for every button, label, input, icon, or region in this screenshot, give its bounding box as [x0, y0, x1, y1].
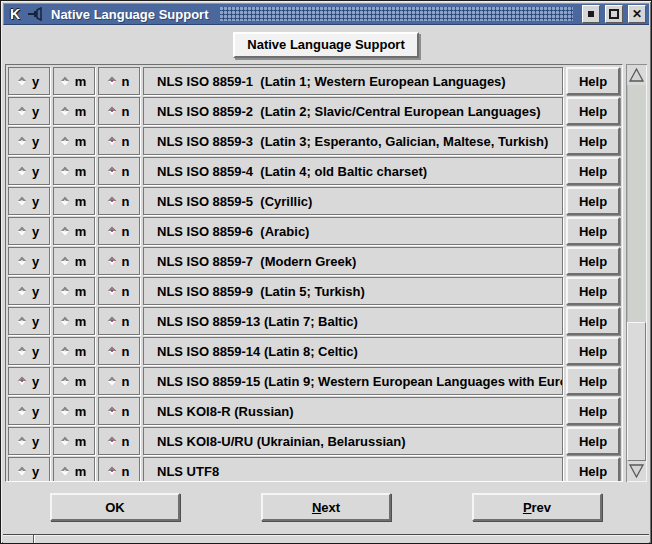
radio-yes-cell[interactable]: y: [8, 247, 50, 275]
radio-module-label: m: [75, 314, 87, 329]
ok-button[interactable]: OK: [50, 493, 180, 521]
window-resize-bar[interactable]: [3, 534, 649, 543]
radio-no-label: n: [122, 464, 130, 479]
vertical-scrollbar[interactable]: [626, 64, 647, 482]
radio-yes-cell[interactable]: y: [8, 307, 50, 335]
sticky-pin-icon[interactable]: [27, 6, 43, 22]
radio-no-cell[interactable]: n: [98, 67, 140, 95]
header-row: Native Language Support: [5, 32, 647, 58]
radio-module-cell[interactable]: m: [53, 187, 95, 215]
radio-no-cell[interactable]: n: [98, 397, 140, 425]
radio-no-cell[interactable]: n: [98, 457, 140, 482]
help-button[interactable]: Help: [566, 457, 620, 482]
help-button[interactable]: Help: [566, 277, 620, 305]
nls-row: y m n NLS ISO 8859-6 (Arabic) Help: [8, 217, 620, 245]
scrollbar-down-button[interactable]: [627, 461, 646, 481]
close-button[interactable]: ✕: [628, 5, 646, 23]
radio-no-cell[interactable]: n: [98, 307, 140, 335]
titlebar-texture[interactable]: [220, 7, 573, 21]
help-button[interactable]: Help: [566, 67, 620, 95]
help-button[interactable]: Help: [566, 367, 620, 395]
help-button[interactable]: Help: [566, 247, 620, 275]
radio-diamond-icon: [60, 347, 68, 355]
radio-module-cell[interactable]: m: [53, 217, 95, 245]
nls-row: y m n NLS ISO 8859-5 (Cyrillic) Help: [8, 187, 620, 215]
radio-no-label: n: [122, 164, 130, 179]
radio-yes-cell[interactable]: y: [8, 337, 50, 365]
radio-module-cell[interactable]: m: [53, 307, 95, 335]
radio-module-cell[interactable]: m: [53, 457, 95, 482]
help-button[interactable]: Help: [566, 427, 620, 455]
radio-no-cell[interactable]: n: [98, 277, 140, 305]
radio-yes-label: y: [32, 224, 39, 239]
radio-diamond-icon: [18, 407, 26, 415]
minimize-button[interactable]: [582, 5, 600, 23]
nls-row: y m n NLS ISO 8859-4 (Latin 4; old Balti…: [8, 157, 620, 185]
radio-no-cell[interactable]: n: [98, 97, 140, 125]
radio-no-label: n: [122, 134, 130, 149]
scrollbar-trough[interactable]: [627, 85, 646, 461]
option-label: NLS ISO 8859-2 (Latin 2; Slavic/Central …: [143, 97, 563, 125]
help-button[interactable]: Help: [566, 397, 620, 425]
radio-no-cell[interactable]: n: [98, 427, 140, 455]
help-button[interactable]: Help: [566, 127, 620, 155]
radio-module-cell[interactable]: m: [53, 397, 95, 425]
nls-row: y m n NLS ISO 8859-14 (Latin 8; Celtic) …: [8, 337, 620, 365]
radio-module-cell[interactable]: m: [53, 337, 95, 365]
maximize-button[interactable]: [605, 5, 623, 23]
radio-diamond-icon: [60, 377, 68, 385]
help-button[interactable]: Help: [566, 337, 620, 365]
kde-menu-icon[interactable]: K: [7, 6, 23, 22]
radio-no-label: n: [122, 74, 130, 89]
radio-yes-cell[interactable]: y: [8, 397, 50, 425]
radio-yes-cell[interactable]: y: [8, 217, 50, 245]
radio-yes-cell[interactable]: y: [8, 367, 50, 395]
radio-diamond-icon: [18, 437, 26, 445]
option-label: NLS ISO 8859-15 (Latin 9; Western Europe…: [143, 367, 563, 395]
radio-no-cell[interactable]: n: [98, 337, 140, 365]
radio-no-cell[interactable]: n: [98, 247, 140, 275]
radio-module-cell[interactable]: m: [53, 127, 95, 155]
radio-module-label: m: [75, 134, 87, 149]
radio-module-cell[interactable]: m: [53, 277, 95, 305]
scrollbar-thumb[interactable]: [627, 322, 646, 461]
radio-yes-cell[interactable]: y: [8, 187, 50, 215]
help-button[interactable]: Help: [566, 307, 620, 335]
next-button[interactable]: Next: [261, 493, 391, 521]
radio-yes-cell[interactable]: y: [8, 157, 50, 185]
radio-yes-label: y: [32, 254, 39, 269]
radio-module-label: m: [75, 164, 87, 179]
radio-diamond-icon: [18, 467, 26, 475]
option-label: NLS ISO 8859-13 (Latin 7; Baltic): [143, 307, 563, 335]
radio-yes-cell[interactable]: y: [8, 427, 50, 455]
help-button[interactable]: Help: [566, 157, 620, 185]
radio-yes-cell[interactable]: y: [8, 97, 50, 125]
radio-module-cell[interactable]: m: [53, 67, 95, 95]
radio-diamond-icon: [18, 287, 26, 295]
radio-module-cell[interactable]: m: [53, 97, 95, 125]
main-area: y m n NLS ISO 8859-1 (Latin 1; Western E…: [5, 64, 647, 482]
help-button[interactable]: Help: [566, 187, 620, 215]
radio-yes-cell[interactable]: y: [8, 67, 50, 95]
help-button[interactable]: Help: [566, 217, 620, 245]
radio-no-cell[interactable]: n: [98, 157, 140, 185]
radio-diamond-icon: [60, 227, 68, 235]
radio-diamond-icon: [60, 287, 68, 295]
radio-module-cell[interactable]: m: [53, 367, 95, 395]
radio-module-cell[interactable]: m: [53, 247, 95, 275]
radio-no-cell[interactable]: n: [98, 217, 140, 245]
radio-yes-label: y: [32, 164, 39, 179]
radio-module-cell[interactable]: m: [53, 157, 95, 185]
scrollbar-up-button[interactable]: [627, 65, 646, 85]
radio-yes-cell[interactable]: y: [8, 277, 50, 305]
radio-yes-cell[interactable]: y: [8, 127, 50, 155]
radio-no-cell[interactable]: n: [98, 367, 140, 395]
help-button[interactable]: Help: [566, 97, 620, 125]
prev-button[interactable]: Prev: [472, 493, 602, 521]
radio-module-cell[interactable]: m: [53, 427, 95, 455]
prev-button-accel: P: [523, 500, 532, 515]
radio-no-cell[interactable]: n: [98, 127, 140, 155]
radio-yes-cell[interactable]: y: [8, 457, 50, 482]
scroll-up-arrow-icon: [628, 67, 645, 83]
radio-no-cell[interactable]: n: [98, 187, 140, 215]
